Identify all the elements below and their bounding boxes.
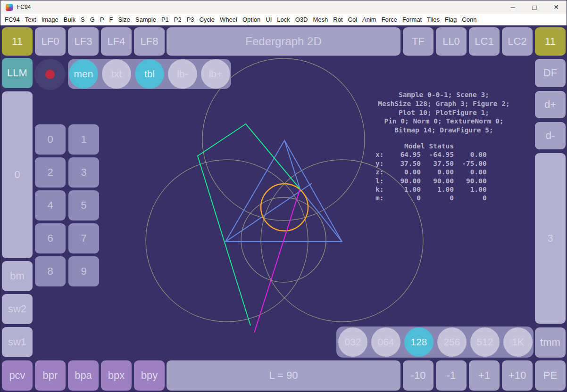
numpad-key[interactable]: 5 bbox=[68, 190, 99, 220]
button-d-minus[interactable]: d- bbox=[535, 122, 566, 149]
numpad-key[interactable]: 0 bbox=[35, 124, 66, 155]
button-minus-10[interactable]: -10 bbox=[403, 360, 434, 391]
value-bar[interactable]: L = 90 bbox=[167, 360, 400, 391]
size-button-032[interactable]: 032 bbox=[338, 327, 367, 357]
button-ll0[interactable]: LL0 bbox=[436, 27, 467, 56]
button-lf0[interactable]: LF0 bbox=[35, 27, 66, 56]
mode-button-lb-plus[interactable]: lb+ bbox=[201, 59, 230, 89]
button-lc1[interactable]: LC1 bbox=[469, 27, 500, 56]
mesh-size-group: 032 064 128 256 512 1K bbox=[336, 327, 534, 358]
button-sw2[interactable]: sw2 bbox=[2, 294, 33, 324]
numpad: 0123456789 bbox=[35, 124, 99, 286]
numpad-key[interactable]: 3 bbox=[68, 157, 99, 188]
button-d-plus[interactable]: d+ bbox=[535, 91, 566, 118]
corner-button-top-left[interactable]: 11 bbox=[2, 27, 33, 56]
numpad-key[interactable]: 4 bbox=[35, 190, 66, 220]
size-button-064[interactable]: 064 bbox=[371, 327, 400, 357]
scene-info-text: Sample 0-0-1; Scene 3; MeshSize 128; Gra… bbox=[365, 90, 523, 135]
size-button-1k[interactable]: 1K bbox=[503, 327, 533, 357]
button-pcv[interactable]: pcv bbox=[2, 360, 33, 391]
numpad-key[interactable]: 1 bbox=[68, 124, 99, 155]
tall-button-three[interactable]: 3 bbox=[535, 153, 566, 324]
corner-button-top-right[interactable]: 11 bbox=[535, 27, 566, 56]
button-sw1[interactable]: sw1 bbox=[2, 327, 33, 357]
record-button[interactable] bbox=[34, 59, 66, 90]
button-pe[interactable]: PE bbox=[535, 360, 566, 391]
button-plus-1[interactable]: +1 bbox=[469, 360, 500, 391]
button-bm[interactable]: bm bbox=[2, 261, 33, 291]
mode-button-lb-minus[interactable]: lb- bbox=[168, 59, 197, 89]
button-bpa[interactable]: bpa bbox=[68, 360, 99, 391]
mode-circle-group: men txt tbl lb- lb+ bbox=[68, 59, 231, 89]
button-lf8[interactable]: LF8 bbox=[134, 27, 165, 56]
button-tmm[interactable]: tmm bbox=[535, 327, 566, 358]
button-minus-1[interactable]: -1 bbox=[436, 360, 467, 391]
model-status-table: Model Status x: 64.95 -64.95 0.00 y: 37.… bbox=[375, 142, 487, 203]
numpad-key[interactable]: 2 bbox=[35, 157, 66, 188]
button-plus-10[interactable]: +10 bbox=[502, 360, 533, 391]
numpad-key[interactable]: 7 bbox=[68, 223, 99, 253]
button-llm[interactable]: LLM bbox=[2, 58, 33, 88]
numpad-key[interactable]: 9 bbox=[68, 256, 99, 286]
federgraph-window: { "window": { "title": "FC94", "controls… bbox=[0, 0, 567, 392]
mode-button-txt[interactable]: txt bbox=[102, 59, 131, 89]
size-button-128[interactable]: 128 bbox=[404, 327, 434, 357]
button-bpx[interactable]: bpx bbox=[101, 360, 132, 391]
mode-button-tbl[interactable]: tbl bbox=[135, 59, 164, 89]
app-title-bar[interactable]: Federgraph 2D bbox=[167, 27, 400, 56]
size-button-256[interactable]: 256 bbox=[437, 327, 467, 357]
numpad-key[interactable]: 8 bbox=[35, 256, 66, 286]
tall-button-zero[interactable]: 0 bbox=[2, 91, 33, 258]
button-tf[interactable]: TF bbox=[403, 27, 434, 56]
button-bpr[interactable]: bpr bbox=[35, 360, 66, 391]
green-kite bbox=[198, 124, 300, 326]
button-bpy[interactable]: bpy bbox=[134, 360, 165, 391]
size-button-512[interactable]: 512 bbox=[470, 327, 500, 357]
mode-button-men[interactable]: men bbox=[69, 59, 98, 89]
record-dot-icon bbox=[45, 70, 55, 79]
button-lf3[interactable]: LF3 bbox=[68, 27, 99, 56]
button-lc2[interactable]: LC2 bbox=[502, 27, 533, 56]
button-lf4[interactable]: LF4 bbox=[101, 27, 132, 56]
button-df[interactable]: DF bbox=[535, 59, 566, 87]
numpad-key[interactable]: 6 bbox=[35, 223, 66, 253]
